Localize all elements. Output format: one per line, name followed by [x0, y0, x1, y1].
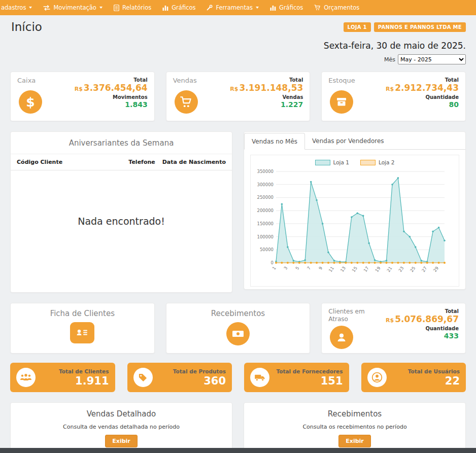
- nav-item-orcamentos[interactable]: Orçamentos: [309, 0, 365, 15]
- count-label: Quantidade: [386, 94, 459, 100]
- exibir-vendas-button[interactable]: Exibir: [105, 435, 137, 447]
- svg-text:200000: 200000: [257, 208, 274, 213]
- nav-item-movimentacao[interactable]: Movimentação: [38, 0, 108, 15]
- caret-down-icon: [256, 7, 259, 9]
- chart-legend: Loja 1 Loja 2: [252, 158, 458, 166]
- vendas-detalhado-card: Vendas Detalhado Consulta de vendas deta…: [10, 402, 232, 453]
- total-usuarios-tile[interactable]: Total de Usuários 22: [361, 363, 466, 392]
- recebimentos-card[interactable]: Recebimentos: [166, 303, 311, 354]
- svg-text:300000: 300000: [257, 182, 274, 187]
- month-select[interactable]: May - 2025: [398, 54, 466, 64]
- store-badge: LOJA 1: [344, 22, 371, 32]
- user-icon: [367, 368, 387, 387]
- legend-swatch-loja2: [360, 160, 376, 165]
- footer-bar: [0, 448, 476, 453]
- tab-vendas-por-vendedores[interactable]: Vendas por Vendedores: [305, 133, 391, 149]
- card-title: Clientes em Atraso: [328, 308, 373, 323]
- card-title: Recebimentos: [166, 309, 310, 318]
- svg-text:27: 27: [421, 265, 428, 273]
- report-title: Recebimentos: [244, 409, 465, 419]
- sales-chart-svg: 0500001000001500002000002500003000003500…: [252, 166, 451, 286]
- svg-text:17: 17: [362, 265, 369, 273]
- legend-entry-loja2: Loja 2: [360, 159, 394, 165]
- clientes-em-atraso-card: Clientes em Atraso Total R$5.076.869,67 …: [321, 303, 466, 354]
- svg-text:100000: 100000: [257, 234, 274, 239]
- svg-text:3: 3: [283, 265, 288, 270]
- total-label: Total: [230, 77, 303, 83]
- birthdays-title: Aniversariantes da Semana: [11, 132, 232, 154]
- total-value: R$5.076.869,67: [386, 314, 459, 324]
- nav-item-cadastros[interactable]: adastros: [0, 0, 38, 15]
- column-header-telefone: Telefone: [128, 159, 155, 165]
- svg-text:13: 13: [339, 265, 347, 273]
- total-clientes-tile[interactable]: Total de Clientes 1.911: [10, 363, 115, 392]
- svg-text:11: 11: [328, 265, 335, 273]
- tile-value: 22: [387, 375, 460, 387]
- tile-value: 1.911: [36, 375, 109, 387]
- money-icon: [226, 322, 250, 345]
- sales-tabs: Vendas no Mês Vendas por Vendedores: [244, 132, 465, 150]
- svg-text:1: 1: [271, 265, 277, 270]
- svg-text:150000: 150000: [257, 221, 274, 226]
- column-header-data-nascimento: Data de Nascimento: [162, 159, 226, 165]
- total-value: R$3.376.454,64: [75, 83, 148, 93]
- ficha-clientes-card[interactable]: Ficha de Clientes: [10, 303, 155, 354]
- cart-icon: [175, 90, 198, 114]
- exchange-icon: [43, 5, 50, 11]
- total-produtos-tile[interactable]: Total de Produtos 360: [127, 363, 232, 392]
- nav-item-relatorios[interactable]: Relatórios: [108, 0, 157, 15]
- svg-text:50000: 50000: [260, 247, 274, 252]
- svg-text:19: 19: [374, 265, 381, 273]
- tile-label: Total de Produtos: [153, 368, 226, 374]
- nav-item-label: Ferramentas: [216, 4, 252, 11]
- store-badges: LOJA 1 PANNOS E PANNOS LTDA ME: [344, 22, 466, 32]
- recebimentos-report-card: Recebimentos Consulta os recebimentos no…: [244, 402, 466, 453]
- exibir-recebimentos-button[interactable]: Exibir: [338, 435, 370, 447]
- sales-chart: Loja 1 Loja 2 05000010000015000020000025…: [250, 155, 459, 287]
- nav-item-ferramentas[interactable]: Ferramentas: [201, 0, 264, 15]
- card-title: Ficha de Clientes: [11, 309, 154, 318]
- total-value: R$3.191.148,53: [230, 83, 303, 93]
- nav-item-graficos-2[interactable]: Gráficos: [264, 0, 309, 15]
- company-badge: PANNOS E PANNOS LTDA ME: [374, 22, 466, 32]
- id-card-icon: [70, 322, 94, 343]
- cart-icon: [314, 5, 321, 11]
- count-value: 433: [386, 332, 459, 340]
- nav-item-label: Movimentação: [53, 4, 96, 11]
- bar-chart-icon: [270, 5, 276, 11]
- nav-item-graficos-1[interactable]: Gráficos: [157, 0, 201, 15]
- wrench-icon: [207, 5, 213, 11]
- report-icon: [114, 5, 119, 11]
- total-label: Total: [386, 308, 459, 314]
- nav-item-label: adastros: [1, 4, 26, 11]
- nav-item-label: Gráficos: [172, 4, 195, 11]
- svg-text:0: 0: [271, 260, 274, 265]
- report-description: Consulta de vendas detalhada no período: [11, 424, 232, 430]
- count-label: Quantidade: [386, 326, 459, 331]
- total-fornecedores-tile[interactable]: Total de Fornecedores 151: [244, 363, 349, 392]
- month-label: Mês: [384, 56, 395, 63]
- tile-label: Total de Fornecedores: [269, 368, 343, 374]
- svg-text:350000: 350000: [257, 169, 274, 174]
- svg-text:5: 5: [294, 265, 300, 270]
- nav-item-label: Relatórios: [122, 4, 151, 11]
- sales-chart-card: Vendas no Mês Vendas por Vendedores Loja…: [244, 131, 466, 290]
- tab-vendas-no-mes[interactable]: Vendas no Mês: [244, 133, 305, 150]
- legend-label: Loja 2: [379, 159, 394, 165]
- empty-state-message: Nada encontrado!: [11, 170, 232, 292]
- nav-item-label: Orçamentos: [324, 4, 359, 11]
- truck-icon: [250, 368, 269, 387]
- caret-down-icon: [29, 7, 32, 9]
- svg-text:25: 25: [409, 265, 416, 273]
- top-nav: adastros Movimentação Relatórios Gráfico…: [0, 0, 476, 15]
- svg-text:9: 9: [318, 265, 323, 270]
- person-icon: [330, 326, 353, 349]
- total-label: Total: [75, 77, 148, 83]
- legend-label: Loja 1: [333, 159, 349, 165]
- svg-text:250000: 250000: [257, 195, 274, 200]
- current-date: Sexta-feira, 30 de maio de 2025.: [10, 41, 466, 51]
- nav-item-label: Gráficos: [279, 4, 303, 11]
- people-icon: [16, 368, 36, 387]
- dollar-icon: $: [19, 90, 42, 114]
- total-value: R$2.912.734,43: [386, 83, 459, 93]
